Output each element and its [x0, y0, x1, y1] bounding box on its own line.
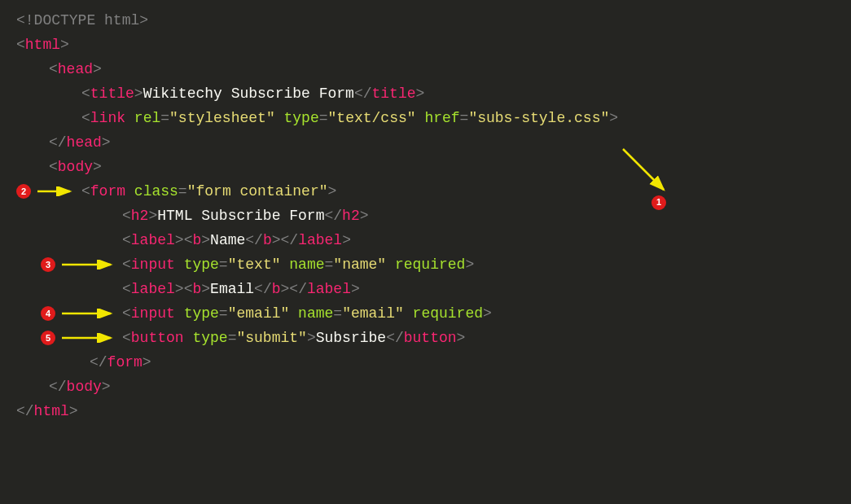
punct: <	[49, 159, 58, 175]
code-line: <label><b>Email</b></label>	[16, 277, 835, 301]
punct: <	[122, 208, 131, 224]
code-line: <body>	[16, 155, 835, 179]
punct: <	[122, 305, 131, 322]
punct: </	[49, 379, 67, 395]
code-line: </html>	[16, 399, 835, 423]
tag: body	[67, 379, 102, 395]
punct: </	[16, 403, 34, 419]
punct: >	[93, 159, 102, 175]
string: "name"	[333, 256, 386, 273]
arrow-right-icon	[60, 309, 117, 318]
punct: =	[333, 305, 342, 322]
punct: </	[386, 330, 404, 346]
punct: =	[319, 110, 328, 126]
arrow-right-icon	[36, 186, 77, 196]
string: "text/css"	[328, 110, 416, 126]
punct: >	[102, 379, 111, 395]
code-line: 4 <input type="email" name="email" requi…	[16, 301, 835, 326]
punct: =	[460, 110, 469, 126]
punct: </	[90, 354, 107, 370]
code-line: <!DOCTYPE html>	[16, 8, 835, 33]
tag: input	[131, 305, 175, 322]
punct: <	[122, 330, 131, 346]
punct: >	[272, 232, 281, 248]
tag: b	[272, 281, 281, 297]
code-line: 3 <input type="text" name="name" require…	[16, 252, 835, 277]
callout-marker-5: 5	[41, 331, 55, 345]
code-line: <h2>HTML Subscribe Form</h2>	[16, 204, 835, 228]
tag: b	[192, 281, 201, 297]
punct: >	[134, 85, 143, 102]
attr: type	[184, 305, 219, 322]
tag: b	[192, 232, 201, 248]
tag: h2	[131, 208, 149, 224]
punct: >	[201, 281, 210, 297]
punct: <	[81, 110, 90, 126]
punct: >	[201, 232, 210, 248]
punct: >	[69, 403, 78, 419]
attr: required	[395, 256, 465, 273]
callout-4: 4	[41, 306, 117, 321]
punct: >	[139, 12, 148, 28]
punct: >	[416, 85, 425, 102]
tag: label	[298, 232, 342, 248]
tag: h2	[342, 208, 360, 224]
callout-5: 5	[41, 331, 117, 345]
punct: <	[81, 85, 90, 102]
punct: >	[175, 281, 184, 297]
arrow-right-icon	[60, 260, 117, 270]
tag: title	[372, 85, 416, 102]
code-line: <link rel="stylesheet" type="text/css" h…	[16, 106, 835, 130]
attr: type	[284, 110, 319, 126]
attr: type	[192, 330, 227, 346]
punct: </	[324, 208, 342, 224]
punct: >	[457, 330, 466, 346]
attr: rel	[134, 110, 160, 126]
punct: </	[49, 134, 67, 151]
tag: input	[131, 256, 175, 273]
callout-3: 3	[41, 257, 117, 272]
punct: <	[122, 281, 131, 297]
punct: >	[143, 354, 151, 370]
code-line: <label><b>Name</b></label>	[16, 228, 835, 252]
attr: class	[134, 183, 178, 199]
punct: <	[184, 281, 193, 297]
punct: <	[49, 61, 58, 77]
attr: href	[424, 110, 459, 126]
doctype: DOCTYPE html	[34, 12, 140, 28]
punct: >	[609, 110, 618, 126]
tag: html	[34, 403, 69, 419]
punct: =	[178, 183, 187, 199]
text: Wikitechy Subscribe Form	[143, 85, 354, 102]
punct: >	[175, 232, 184, 248]
punct: =	[219, 305, 228, 322]
punct: =	[228, 330, 237, 346]
punct: >	[483, 305, 492, 322]
tag: html	[25, 37, 60, 53]
tag: body	[58, 159, 93, 175]
tag: label	[307, 281, 351, 297]
punct: <!	[16, 12, 34, 28]
tag: form	[90, 183, 125, 199]
tag: head	[67, 134, 102, 151]
punct: <	[122, 256, 131, 273]
punct: </	[254, 281, 272, 297]
punct: >	[307, 330, 316, 346]
callout-marker-4: 4	[41, 306, 55, 321]
punct: <	[184, 232, 193, 248]
punct: >	[342, 232, 351, 248]
tag: label	[131, 232, 175, 248]
string: "email"	[228, 305, 290, 322]
punct: >	[148, 208, 157, 224]
punct: =	[219, 256, 228, 273]
code-line: 2 <form class="form container">	[16, 179, 835, 204]
punct: >	[281, 281, 290, 297]
string: "form container"	[187, 183, 328, 199]
tag: form	[107, 354, 143, 370]
punct: >	[93, 61, 102, 77]
punct: </	[289, 281, 307, 297]
tag: head	[58, 61, 93, 77]
punct: >	[60, 37, 69, 53]
code-line: <title>Wikitechy Subscribe Form</title>	[16, 81, 835, 106]
punct: =	[160, 110, 169, 126]
